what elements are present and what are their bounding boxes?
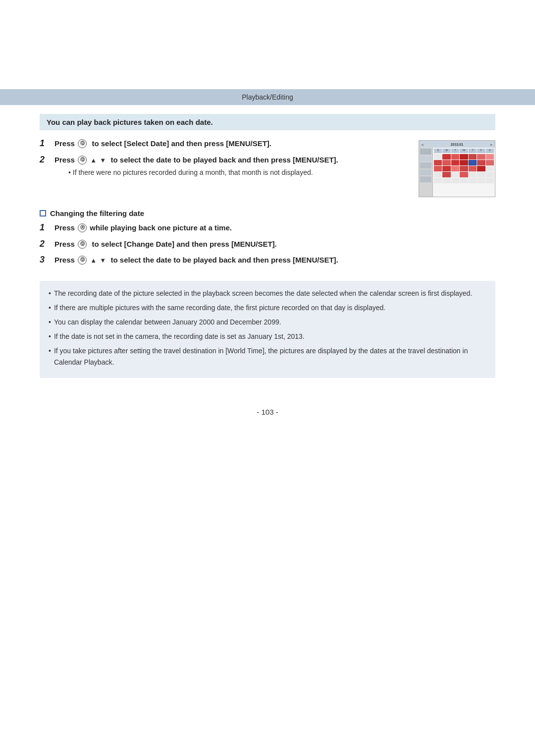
step-2-row: 2 Press Ⓠ ▲ ▼ to select the date to be p…	[40, 155, 409, 178]
section-label: Playback/Editing	[242, 93, 293, 101]
header-bar: Playback/Editing	[0, 89, 535, 105]
note-item-3: • You can display the calendar between J…	[49, 317, 486, 328]
calendar-image: ◀ 2013.01 ▶	[419, 140, 495, 197]
btn-icon-q2: Ⓠ	[78, 156, 87, 164]
note-bullet-4: •	[49, 331, 51, 342]
section-heading-changing: Changing the filtering date	[40, 209, 495, 217]
note-bullet-5: •	[49, 345, 51, 357]
section-changing-heading: Changing the filtering date	[50, 209, 144, 217]
cf-step-3-text: Press Ⓠ ▲ ▼ to select the date to be pla…	[54, 255, 495, 266]
cf-step-2-number: 2	[40, 239, 54, 249]
notes-section: • The recording date of the picture sele…	[40, 281, 495, 378]
intro-highlight: You can play back pictures taken on each…	[40, 114, 495, 130]
step-2-number: 2	[40, 155, 54, 165]
steps-cf: 1 Press Ⓡ while playing back one picture…	[40, 222, 495, 266]
steps-left: 1 Press Ⓠ to select [Select Date] and th…	[40, 138, 409, 183]
btn-icon-r1: Ⓡ	[78, 223, 87, 232]
btn-icon-q4: Ⓠ	[78, 256, 87, 265]
step-2-sub-bullet: • If there were no pictures recorded dur…	[68, 167, 409, 178]
note-item-2: • If there are multiple pictures with th…	[49, 302, 486, 314]
arrow-up-2: ▲	[90, 257, 97, 264]
cf-step-2-text: Press Ⓠ to select [Change Date] and then…	[54, 239, 495, 250]
note-bullet-2: •	[49, 302, 51, 314]
step-1-number: 1	[40, 138, 54, 149]
note-text-2: If there are multiple pictures with the …	[54, 302, 486, 314]
note-item-1: • The recording date of the picture sele…	[49, 288, 486, 299]
checkbox-icon	[40, 210, 46, 216]
page-number: - 103 -	[0, 408, 535, 436]
steps-with-image: 1 Press Ⓠ to select [Select Date] and th…	[40, 138, 495, 197]
step-2-text: Press Ⓠ ▲ ▼ to select the date to be pla…	[54, 155, 409, 178]
page-wrapper: Playback/Editing You can play back pictu…	[0, 89, 535, 756]
cf-step-1-number: 1	[40, 222, 54, 233]
arrow-up-1: ▲	[90, 157, 97, 164]
step-1-text: Press Ⓠ to select [Select Date] and then…	[54, 138, 409, 150]
note-text-1: The recording date of the picture select…	[54, 288, 486, 299]
cf-step-2-row: 2 Press Ⓠ to select [Change Date] and th…	[40, 239, 495, 250]
intro-text: You can play back pictures taken on each…	[47, 118, 213, 126]
step-1-row: 1 Press Ⓠ to select [Select Date] and th…	[40, 138, 409, 150]
note-item-5: • If you take pictures after setting the…	[49, 345, 486, 368]
main-content: You can play back pictures taken on each…	[0, 114, 535, 378]
note-text-4: If the date is not set in the camera, th…	[54, 331, 486, 342]
btn-icon-q1: Ⓠ	[78, 139, 87, 148]
cal-inner: ◀ 2013.01 ▶	[419, 141, 495, 197]
cf-step-3-row: 3 Press Ⓠ ▲ ▼ to select the date to be p…	[40, 255, 495, 266]
cf-step-3-number: 3	[40, 255, 54, 265]
note-text-3: You can display the calendar between Jan…	[54, 317, 486, 328]
note-bullet-3: •	[49, 317, 51, 328]
arrow-down-1: ▼	[100, 157, 106, 164]
cf-step-1-text: Press Ⓡ while playing back one picture a…	[54, 222, 495, 234]
note-bullet-1: •	[49, 288, 51, 299]
note-text-5: If you take pictures after setting the t…	[54, 345, 486, 368]
page-number-text: - 103 -	[257, 408, 278, 416]
arrow-down-2: ▼	[100, 257, 106, 264]
steps-section: 1 Press Ⓠ to select [Select Date] and th…	[40, 138, 495, 197]
btn-icon-q3: Ⓠ	[78, 240, 87, 249]
note-item-4: • If the date is not set in the camera, …	[49, 331, 486, 342]
cf-step-1-row: 1 Press Ⓡ while playing back one picture…	[40, 222, 495, 234]
